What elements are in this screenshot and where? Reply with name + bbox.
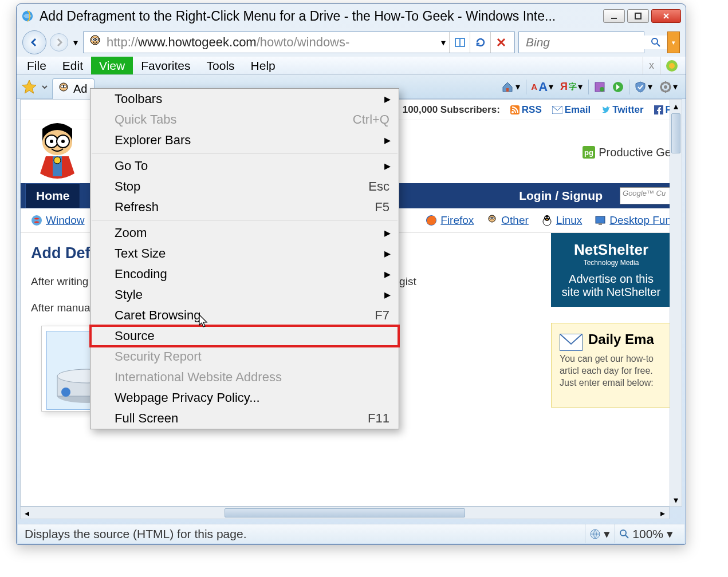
site-favicon — [87, 34, 103, 50]
url-scheme: http:// — [107, 35, 138, 49]
svg-point-41 — [545, 216, 546, 218]
tab-label: Ad — [73, 82, 87, 96]
svg-point-22 — [511, 111, 514, 113]
menu-item-caret-browsing[interactable]: Caret BrowsingF7 — [90, 305, 399, 326]
nav-login[interactable]: Login / Signup — [509, 183, 613, 208]
nav-toolbar: ▾ http://www.howtogeek.com/howto/windows… — [17, 28, 686, 57]
address-bar[interactable]: http://www.howtogeek.com/howto/windows- … — [83, 31, 515, 53]
search-go-button[interactable] — [648, 31, 664, 53]
url-host: www.howtogeek.com — [138, 35, 257, 49]
menubar-extension-icon[interactable] — [660, 57, 683, 74]
svg-point-6 — [93, 39, 94, 40]
svg-point-13 — [61, 85, 64, 88]
safety-button[interactable]: ▾ — [632, 78, 656, 96]
rss-link[interactable]: RSS — [510, 104, 542, 116]
svg-point-28 — [50, 140, 53, 143]
email-link[interactable]: Email — [552, 104, 591, 116]
menu-file[interactable]: File — [19, 57, 54, 74]
svg-rect-43 — [596, 216, 605, 223]
twitter-link[interactable]: Twitter — [601, 104, 643, 116]
cat-other[interactable]: Other — [486, 214, 529, 227]
svg-rect-21 — [510, 105, 520, 114]
svg-point-17 — [600, 87, 604, 92]
cat-firefox[interactable]: Firefox — [426, 214, 474, 227]
menu-item-full-screen[interactable]: Full ScreenF11 — [90, 408, 399, 429]
favorites-dropdown[interactable] — [41, 83, 49, 91]
address-dropdown[interactable]: ▾ — [441, 37, 446, 48]
menu-item-refresh[interactable]: RefreshF5 — [90, 197, 399, 218]
home-button[interactable]: ▾ — [498, 78, 524, 96]
cat-desktop-fun[interactable]: Desktop Fun — [595, 214, 671, 227]
svg-point-48 — [61, 388, 70, 397]
menu-item-text-size[interactable]: Text Size▸ — [90, 243, 399, 264]
text-size-button[interactable]: AA▾ — [529, 78, 557, 96]
url-path: /howto/windows- — [257, 35, 350, 49]
productive-geek-badge[interactable]: pgProductive Ge — [583, 146, 671, 159]
site-search[interactable]: Google™ Cu — [620, 187, 677, 204]
scroll-up-arrow[interactable]: ▴ — [670, 100, 682, 112]
svg-point-11 — [669, 63, 675, 69]
close-button[interactable] — [651, 9, 681, 23]
svg-rect-2 — [635, 13, 641, 19]
zoom-control[interactable]: 100%▾ — [615, 524, 678, 543]
cat-windows[interactable]: Window — [31, 214, 85, 227]
menu-item-webpage-privacy-policy-[interactable]: Webpage Privacy Policy... — [90, 388, 399, 408]
netshelter-ad[interactable]: NetShelter Technology Media Advertise on… — [551, 233, 671, 307]
menu-tools[interactable]: Tools — [199, 57, 243, 74]
translate-button[interactable]: Я字▾ — [558, 78, 586, 96]
svg-rect-44 — [599, 223, 602, 225]
forward-button[interactable] — [50, 33, 68, 52]
titlebar: Add Defragment to the Right-Click Menu f… — [17, 4, 686, 28]
daily-email-box: Daily Ema You can get our how-to articl … — [551, 323, 671, 408]
menu-favorites[interactable]: Favorites — [133, 57, 198, 74]
scroll-left-arrow[interactable]: ◂ — [21, 507, 33, 519]
menubar: File Edit View Favorites Tools Help x — [17, 57, 686, 75]
search-provider-dropdown[interactable]: ▾ — [667, 31, 680, 53]
svg-rect-15 — [506, 88, 509, 92]
nav-history-dropdown[interactable]: ▾ — [72, 34, 80, 50]
svg-point-14 — [64, 85, 66, 88]
svg-text:pg: pg — [584, 148, 593, 157]
menu-item-explorer-bars[interactable]: Explorer Bars▸ — [90, 130, 399, 151]
menu-item-go-to[interactable]: Go To▸ — [90, 156, 399, 176]
scroll-down-arrow[interactable]: ▾ — [670, 493, 682, 506]
menu-item-zoom[interactable]: Zoom▸ — [90, 223, 399, 243]
hscroll-thumb[interactable] — [225, 508, 465, 517]
menu-view[interactable]: View — [91, 57, 133, 74]
nav-home[interactable]: Home — [25, 183, 80, 208]
tab-favicon — [57, 82, 70, 95]
view-menu-dropdown: Toolbars▸Quick TabsCtrl+QExplorer Bars▸G… — [90, 88, 399, 429]
svg-point-31 — [54, 157, 61, 164]
minimize-button[interactable] — [603, 9, 625, 23]
scroll-thumb[interactable] — [671, 113, 680, 153]
cat-linux[interactable]: Linux — [541, 214, 582, 227]
vertical-scrollbar[interactable]: ▴ ▾ — [670, 99, 682, 507]
scroll-right-arrow[interactable]: ▸ — [656, 507, 669, 519]
refresh-button[interactable] — [470, 32, 490, 53]
stop-button[interactable] — [490, 32, 511, 53]
search-box[interactable] — [518, 31, 644, 53]
menu-item-encoding[interactable]: Encoding▸ — [90, 264, 399, 284]
svg-point-34 — [32, 215, 42, 226]
horizontal-scrollbar[interactable]: ◂ ▸ — [20, 507, 670, 519]
menu-item-style[interactable]: Style▸ — [90, 284, 399, 305]
back-button[interactable] — [22, 30, 46, 54]
feeds-button[interactable] — [609, 78, 627, 96]
add-webslice-button[interactable] — [591, 78, 608, 96]
compat-view-button[interactable] — [449, 32, 470, 53]
menubar-close[interactable]: x — [643, 57, 660, 74]
tools-button[interactable]: ▾ — [657, 78, 681, 96]
menu-item-stop[interactable]: StopEsc — [90, 176, 399, 197]
maximize-button[interactable] — [627, 9, 649, 23]
browser-tab[interactable]: Ad — [52, 78, 95, 99]
menu-item-security-report: Security Report — [90, 346, 399, 367]
menu-item-toolbars[interactable]: Toolbars▸ — [90, 89, 399, 109]
fb-link[interactable]: F — [654, 104, 671, 116]
menu-item-source[interactable]: Source — [90, 326, 399, 346]
svg-point-42 — [548, 216, 549, 218]
favorites-star-icon[interactable] — [21, 79, 37, 95]
status-text: Displays the source (HTML) for this page… — [25, 527, 246, 541]
menu-help[interactable]: Help — [243, 57, 284, 74]
internet-zone[interactable]: ▾ — [585, 524, 615, 543]
menu-edit[interactable]: Edit — [54, 57, 91, 74]
